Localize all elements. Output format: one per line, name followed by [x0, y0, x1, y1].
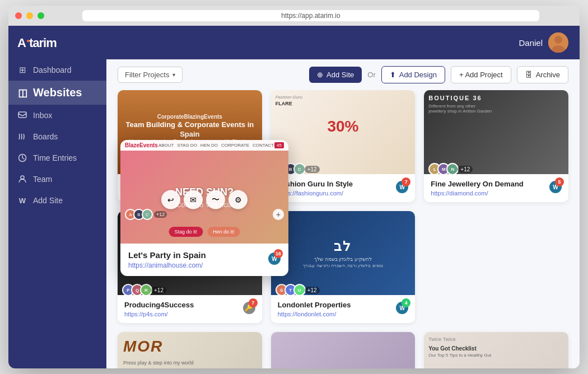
add-project-label: + Add Project	[459, 71, 503, 79]
stag-button[interactable]: Stag do it!	[169, 227, 203, 237]
notif-badge: 7	[249, 298, 258, 307]
add-site-button[interactable]: ⊕ Add Site	[309, 67, 362, 83]
archive-icon: 🗄	[525, 71, 533, 79]
featured-card-title: Let's Party in Spain	[128, 250, 206, 260]
upload-icon: ⬆	[390, 71, 396, 79]
sidebar-item-inbox[interactable]: Inbox	[8, 105, 106, 126]
dashboard-icon: ⊞	[17, 65, 27, 75]
user-info: Daniel	[519, 32, 568, 53]
card-url: https://londonlet.com/	[278, 311, 396, 317]
user-avatar[interactable]	[548, 32, 568, 53]
addsite-icon: W	[17, 195, 27, 205]
sidebar-item-label: Boards	[33, 132, 58, 141]
card-image-jewellery: BOUTIQUE 36 Different from any other jew…	[424, 90, 568, 174]
add-site-label: Add Site	[326, 71, 354, 79]
sidebar-item-label: Inbox	[33, 111, 52, 120]
project-card-gut[interactable]: Twice Twice You Got Checklist Our Top 5 …	[424, 332, 568, 368]
sidebar-item-time[interactable]: Time Entries	[8, 147, 106, 169]
logo-icon: A●tarim	[17, 36, 57, 50]
card-image-london: לב להשקיע בלונדון בשמה שלך נכסים בלונדון…	[271, 211, 416, 295]
card-title: Fashion Guru In Style	[278, 180, 396, 188]
browser-bar: https://app.atarim.io	[8, 6, 580, 26]
svg-point-2	[21, 176, 24, 179]
email-icon[interactable]: ✉	[184, 190, 203, 209]
time-icon	[17, 153, 27, 163]
wp-icon: ⊕	[317, 71, 323, 79]
archive-label: Archive	[536, 71, 560, 79]
card-title: Londonlet Properties	[278, 301, 396, 309]
project-card-mor[interactable]: MOR Press play & step into my world Mor …	[118, 332, 262, 368]
websites-icon: ◫	[17, 88, 27, 98]
maximize-dot[interactable]	[38, 12, 44, 19]
card-url: https://p4s.com/	[124, 311, 243, 317]
sidebar-item-addsite[interactable]: W Add Site	[8, 190, 106, 211]
project-card-fashion2[interactable]: Fashion Y Z A Fashion In	[271, 332, 416, 368]
sidebar-logo[interactable]: A●tarim	[8, 26, 106, 59]
featured-card-blazing[interactable]: BlazeEvents ABOUTSTAG DOHEN DOCORPORATEC…	[120, 140, 288, 276]
share-icon[interactable]: ↩	[161, 190, 180, 209]
filter-label: Filter Projects	[125, 71, 169, 79]
card-image-gut: Twice Twice You Got Checklist Our Top 5 …	[424, 332, 568, 368]
analytics-icon[interactable]: 〜	[206, 190, 225, 209]
chevron-down-icon: ▾	[172, 72, 175, 78]
card-image-fashion2: Fashion	[271, 332, 416, 368]
add-design-button[interactable]: ⬆ Add Design	[381, 66, 445, 83]
user-name: Daniel	[519, 38, 543, 48]
card-url: https://diamond.com/	[431, 190, 549, 197]
hen-button[interactable]: Hen do it!	[207, 227, 240, 237]
card-footer-jewellery: Fine Jewellery On Demand https://diamond…	[424, 174, 568, 202]
svg-point-4	[554, 36, 562, 44]
url-bar[interactable]: https://app.atarim.io	[82, 10, 539, 21]
sidebar-item-label: Dashboard	[33, 66, 72, 74]
add-project-button[interactable]: + Add Project	[451, 66, 511, 83]
filter-dropdown[interactable]: Filter Projects ▾	[118, 67, 183, 83]
sidebar-item-boards[interactable]: Boards	[8, 126, 106, 147]
featured-card-footer: Let's Party in Spain https://animalhouse…	[120, 244, 288, 276]
card-image-fashion: Fashion Guru FLARE 30% ↩ ✉ 〜 ⚙	[271, 90, 416, 174]
sidebar-item-team[interactable]: Team	[8, 169, 106, 190]
notif-badge: 4	[402, 298, 410, 307]
card-footer-london: Londonlet Properties https://londonlet.c…	[271, 295, 416, 323]
featured-card-image: BlazeEvents ABOUTSTAG DOHEN DOCORPORATEC…	[120, 140, 288, 244]
sidebar-item-label: Add Site	[33, 196, 63, 205]
top-header: Daniel	[106, 26, 580, 59]
project-card-jewellery[interactable]: BOUTIQUE 36 Different from any other jew…	[424, 90, 568, 202]
sidebar-item-dashboard[interactable]: ⊞ Dashboard	[8, 59, 106, 81]
card-title: Producing4Success	[124, 301, 243, 309]
boards-icon	[17, 132, 27, 142]
card-title: Fine Jewellery On Demand	[431, 180, 549, 188]
add-design-label: Add Design	[399, 71, 437, 79]
settings-icon[interactable]: ⚙	[228, 190, 248, 209]
archive-button[interactable]: 🗄 Archive	[517, 66, 568, 83]
sidebar: A●tarim ⊞ Dashboard ◫ Websites	[8, 26, 106, 368]
card-footer-music: Producing4Success https://p4s.com/ 🔑 7	[118, 295, 262, 323]
project-card-fashion[interactable]: Fashion Guru FLARE 30% ↩ ✉ 〜 ⚙	[271, 90, 416, 202]
inbox-icon	[17, 110, 27, 120]
project-card-london[interactable]: לב להשקיע בלונדון בשמה שלך נכסים בלונדון…	[271, 211, 416, 323]
sidebar-item-websites[interactable]: ◫ Websites	[8, 81, 106, 105]
toolbar: Filter Projects ▾ ⊕ Add Site Or ⬆ Add De…	[106, 59, 580, 90]
notif-badge-featured: 16	[274, 249, 283, 258]
card-footer-fashion: Fashion Guru In Style https://fashiongur…	[271, 174, 416, 202]
websites-label: Websites	[33, 86, 82, 99]
close-dot[interactable]	[15, 12, 22, 19]
add-member-button[interactable]: +	[273, 209, 284, 220]
notif-badge: 7	[402, 177, 410, 186]
team-icon	[17, 174, 27, 184]
featured-card-url: https://animalhouse.com/	[128, 261, 206, 269]
app-container: A●tarim ⊞ Dashboard ◫ Websites	[8, 26, 580, 368]
card-url: https://fashionguru.com/	[278, 190, 396, 197]
sidebar-item-label: Team	[33, 175, 52, 184]
sidebar-item-label: Time Entries	[33, 153, 77, 162]
minimize-dot[interactable]	[26, 12, 33, 19]
notif-badge: 5	[555, 177, 564, 186]
or-text: Or	[367, 71, 375, 79]
browser-window: https://app.atarim.io A●tarim ⊞ Dashboar…	[8, 6, 580, 368]
card-image-mor: MOR Press play & step into my world Mor …	[118, 332, 262, 368]
